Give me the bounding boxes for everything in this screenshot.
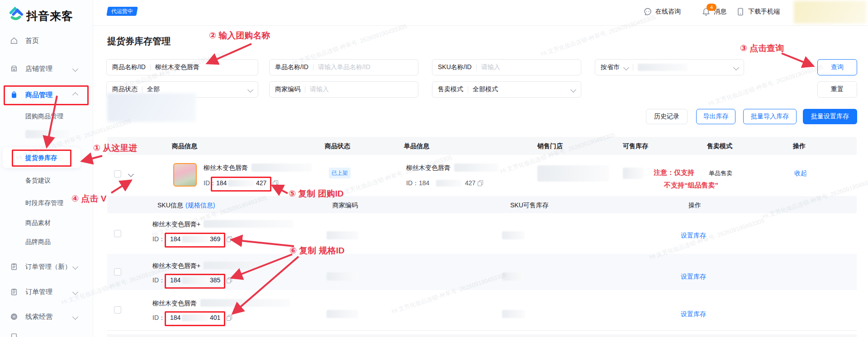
page-title: 提货券库存管理 <box>107 35 171 47</box>
col-header-store: 销售门店 <box>537 142 563 150</box>
sidebar-item-label: 品牌商品 <box>25 238 51 246</box>
copy-icon[interactable] <box>478 180 483 186</box>
sidebar-item-clue-management[interactable]: 线索经营 <box>0 310 93 323</box>
divider <box>142 86 142 93</box>
single-item-id-end: 427 <box>465 179 475 187</box>
product-id-start: 184 <box>216 179 227 187</box>
merchant-code-filter-input[interactable]: 商家编码 请输入 <box>269 81 418 98</box>
online-consult-link[interactable]: 在线咨询 <box>643 7 681 16</box>
redacted-merchant-code <box>327 272 358 281</box>
messages-link[interactable]: 4 消息 <box>702 7 726 16</box>
sidebar-item-shop-management[interactable]: 店铺管理 <box>0 62 93 75</box>
redacted-sku-stock <box>502 272 525 281</box>
redacted-sku-name <box>204 262 293 269</box>
sell-mode-filter-select[interactable]: 售卖模式 全部模式 <box>432 81 581 98</box>
redacted-store <box>537 165 609 182</box>
filter-label: 按省市 <box>601 63 620 71</box>
sku-id-end: 401 <box>210 314 220 321</box>
sidebar-item-group-goods[interactable]: 团购商品管理 <box>0 110 93 123</box>
sidebar-item-brand-goods[interactable]: 品牌商品 <box>0 236 93 248</box>
annotation-2: ② 输入团购名称 <box>209 30 270 42</box>
sidebar-item-goods-material[interactable]: 商品素材 <box>0 217 93 229</box>
product-id-end: 427 <box>256 179 266 187</box>
sell-mode-value: 单品售卖 <box>709 169 732 178</box>
watermark: Hi 文芳化妆品连锁-种草号: 262609190493305 <box>337 153 453 198</box>
expand-chevron-icon[interactable] <box>128 171 134 177</box>
single-item-name: 柳丝木变色唇膏 <box>406 164 451 172</box>
sidebar-item-period-stock[interactable]: 时段库存管理 <box>0 197 93 210</box>
row-checkbox[interactable] <box>114 306 121 314</box>
sidebar-item-label: 店铺管理 <box>25 65 52 73</box>
export-stock-button[interactable]: 导出库存 <box>696 109 735 124</box>
single-item-filter-input[interactable]: 单品名称/ID 请输入单品名称/ID <box>269 59 418 75</box>
clipboard-icon <box>10 333 18 337</box>
col-header-product-info: 商品信息 <box>172 142 197 150</box>
redacted-single-id <box>436 180 461 187</box>
sku-row-background <box>107 254 857 290</box>
row-checkbox[interactable] <box>114 170 121 178</box>
redacted-sku-id <box>182 277 208 284</box>
col-header-product-status: 商品状态 <box>325 142 350 150</box>
product-name-filter-input[interactable]: 商品名称/ID 柳丝木变色唇膏 <box>106 59 258 75</box>
row-checkbox[interactable] <box>114 230 121 237</box>
sidebar-item-stock-advice[interactable]: 备货建议 <box>0 174 93 187</box>
batch-set-stock-button[interactable]: 批量设置库存 <box>803 109 857 124</box>
redacted-sku-name <box>200 299 290 307</box>
row-checkbox[interactable] <box>114 268 121 276</box>
copy-icon[interactable] <box>227 277 232 283</box>
sidebar-item-order-management[interactable]: 订单管理 <box>0 286 93 298</box>
sidebar-item-label: 订单管理 <box>25 288 52 296</box>
next-row-edge <box>107 334 857 337</box>
filter-placeholder: 请输入单品名称/ID <box>318 63 370 71</box>
filter-label: 单品名称/ID <box>275 63 308 71</box>
batch-import-stock-button[interactable]: 批量导入库存 <box>743 109 797 124</box>
sku-header-row <box>107 196 857 213</box>
history-button[interactable]: 历史记录 <box>646 109 688 124</box>
clue-icon <box>10 313 18 321</box>
sku-id-end: 369 <box>210 235 220 243</box>
copy-icon[interactable] <box>227 236 232 242</box>
sku-id-start: 184 <box>170 314 180 321</box>
download-app-link[interactable]: 下载手机端 <box>736 7 780 16</box>
copy-icon[interactable] <box>273 180 278 186</box>
set-stock-link[interactable]: 设置库存 <box>681 232 706 240</box>
sidebar-item-goods-management[interactable]: 商品管理 <box>0 89 93 101</box>
search-button[interactable]: 查询 <box>817 59 857 75</box>
redacted-sku-name <box>204 220 293 228</box>
product-thumbnail <box>173 163 197 187</box>
set-stock-link[interactable]: 设置库存 <box>681 273 706 281</box>
set-stock-link[interactable]: 设置库存 <box>681 310 706 318</box>
chevron-down-icon <box>72 66 78 72</box>
collapse-link[interactable]: 收起 <box>794 169 807 178</box>
sidebar-item-order-management-new[interactable]: 订单管理（新） <box>0 260 93 273</box>
divider <box>633 64 633 70</box>
redacted-region-value <box>638 64 688 71</box>
redacted-block <box>107 93 196 122</box>
sidebar-item-voucher-stock[interactable]: 提货券库存 <box>0 152 93 164</box>
sku-spec-info-link[interactable]: (规格信息) <box>185 201 215 210</box>
sidebar-item-home[interactable]: 首页 <box>0 34 93 47</box>
sidebar-item-label: 商品管理 <box>25 91 52 99</box>
product-id-label: ID： <box>204 179 216 187</box>
copy-icon[interactable] <box>227 315 232 321</box>
redacted-sku-stock <box>502 231 525 239</box>
reset-button[interactable]: 重置 <box>817 81 857 98</box>
annotation-3: ③ 点击查询 <box>740 42 784 54</box>
redacted-merchant-code <box>327 231 358 239</box>
col-header-sell-mode: 售卖模式 <box>707 142 732 150</box>
sku-col-header-info: SKU信息 <box>157 201 183 210</box>
top-bar: 代运营中 在线咨询 4 消息 下载 <box>93 0 868 26</box>
sku-id-label: ID： <box>152 276 165 285</box>
divider <box>313 64 313 70</box>
redacted-single-name <box>454 164 498 172</box>
filter-label: 商品名称/ID <box>112 63 146 71</box>
redacted-sku-stock <box>502 310 525 318</box>
divider <box>305 86 305 93</box>
region-filter-select[interactable]: 按省市 <box>595 59 744 75</box>
sku-name-filter-input[interactable]: SKU名称/ID 请输入 <box>432 59 581 75</box>
chevron-down-icon <box>72 289 78 295</box>
redacted-product-name <box>251 164 312 172</box>
sku-col-header-code: 商家编码 <box>332 201 358 210</box>
message-count-badge: 4 <box>707 4 716 11</box>
chevron-down-icon <box>570 87 576 93</box>
